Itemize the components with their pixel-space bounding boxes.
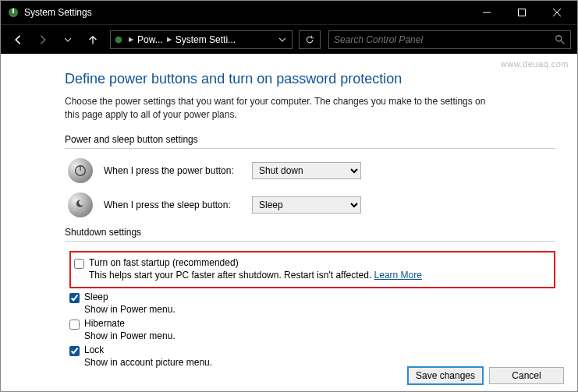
hibernate-option-label: Hibernate bbox=[84, 318, 125, 329]
learn-more-link[interactable]: Learn More bbox=[374, 270, 422, 281]
app-icon bbox=[7, 6, 20, 19]
fast-startup-highlight: Turn on fast startup (recommended) This … bbox=[69, 251, 555, 288]
footer-buttons: Save changes Cancel bbox=[408, 367, 564, 384]
page-heading: Define power buttons and turn on passwor… bbox=[65, 71, 555, 87]
fast-startup-label: Turn on fast startup (recommended) bbox=[89, 257, 239, 268]
page-intro: Choose the power settings that you want … bbox=[65, 95, 502, 122]
up-button[interactable] bbox=[82, 29, 104, 51]
power-icon bbox=[68, 158, 93, 183]
chevron-right-icon: ▶ bbox=[126, 36, 136, 43]
sleep-button-select[interactable]: Sleep bbox=[252, 196, 361, 214]
search-icon bbox=[555, 34, 566, 45]
search-box[interactable] bbox=[328, 30, 571, 49]
power-button-select[interactable]: Shut down bbox=[252, 162, 361, 179]
svg-line-8 bbox=[561, 40, 564, 43]
sleep-button-row: When I press the sleep button: Sleep bbox=[65, 192, 555, 217]
svg-point-6 bbox=[115, 36, 122, 43]
lock-checkbox[interactable] bbox=[69, 346, 80, 356]
power-button-row: When I press the power button: Shut down bbox=[65, 158, 555, 183]
refresh-button[interactable] bbox=[299, 30, 321, 49]
hibernate-option-desc: Show in Power menu. bbox=[84, 330, 555, 341]
svg-rect-1 bbox=[12, 9, 14, 13]
navigation-bar: ▶ Pow... ▶ System Setti... bbox=[1, 24, 577, 54]
fast-startup-checkbox[interactable] bbox=[74, 259, 84, 269]
maximize-button[interactable] bbox=[504, 1, 539, 24]
window-title: System Settings bbox=[24, 7, 469, 18]
window-titlebar: System Settings bbox=[1, 1, 577, 24]
recent-locations-button[interactable] bbox=[57, 29, 79, 51]
section-shutdown-label: Shutdown settings bbox=[65, 227, 555, 238]
divider bbox=[65, 241, 555, 242]
divider bbox=[65, 148, 555, 149]
watermark: www.deuaq.com bbox=[501, 59, 569, 69]
lock-option-label: Lock bbox=[84, 344, 104, 355]
sleep-option-label: Sleep bbox=[84, 291, 108, 302]
section-power-sleep-label: Power and sleep button settings bbox=[65, 134, 555, 145]
sleep-checkbox[interactable] bbox=[69, 293, 80, 303]
search-input[interactable] bbox=[334, 34, 550, 45]
address-history-button[interactable] bbox=[273, 37, 292, 43]
location-icon bbox=[111, 34, 126, 45]
sleep-button-label: When I press the sleep button: bbox=[104, 200, 252, 210]
svg-rect-3 bbox=[518, 9, 525, 16]
back-button[interactable] bbox=[7, 29, 29, 51]
save-changes-button[interactable]: Save changes bbox=[408, 367, 483, 384]
sleep-option-desc: Show in Power menu. bbox=[84, 304, 555, 315]
chevron-right-icon: ▶ bbox=[165, 36, 174, 43]
fast-startup-desc: This helps start your PC faster after sh… bbox=[89, 270, 548, 281]
page-content: Define power buttons and turn on passwor… bbox=[1, 54, 577, 368]
breadcrumb-part-2[interactable]: System Setti... bbox=[174, 34, 237, 45]
minimize-button[interactable] bbox=[469, 1, 504, 24]
cancel-button[interactable]: Cancel bbox=[489, 367, 564, 384]
lock-option-desc: Show in account picture menu. bbox=[84, 357, 555, 368]
address-bar[interactable]: ▶ Pow... ▶ System Setti... bbox=[110, 30, 293, 49]
close-button[interactable] bbox=[539, 1, 574, 24]
svg-point-7 bbox=[556, 35, 562, 41]
sleep-icon bbox=[68, 192, 93, 217]
forward-button[interactable] bbox=[32, 29, 54, 51]
breadcrumb-part-1[interactable]: Pow... bbox=[136, 34, 165, 45]
hibernate-checkbox[interactable] bbox=[69, 320, 80, 330]
power-button-label: When I press the power button: bbox=[104, 165, 252, 176]
